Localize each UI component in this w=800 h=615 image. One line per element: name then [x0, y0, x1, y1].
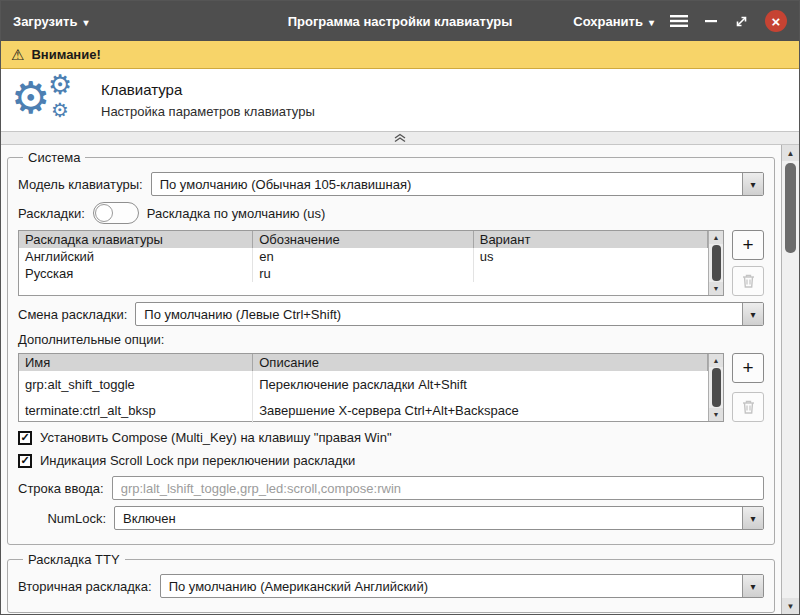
table-row[interactable]: Английский en us	[19, 248, 708, 265]
system-group-legend: Система	[23, 150, 85, 165]
scroll-up-button[interactable]: ▲	[782, 145, 799, 161]
app-header: ⚙ ⚙ ⚙ Клавиатура Настройка параметров кл…	[1, 69, 799, 131]
scrolllock-checkbox[interactable]: ✓	[18, 454, 32, 468]
options-table-scrollbar[interactable]: ▲ ▼	[708, 354, 723, 421]
trash-icon	[741, 399, 756, 415]
layouts-default-toggle[interactable]	[93, 202, 139, 224]
add-option-button[interactable]: +	[732, 353, 764, 383]
table-row[interactable]: Русская ru	[19, 265, 708, 282]
table-row[interactable]: terminate:ctrl_alt_bksp Завершение X-сер…	[19, 397, 708, 423]
secondary-layout-row: Вторичная раскладка: По умолчанию (Амери…	[18, 574, 764, 598]
page-title: Клавиатура	[101, 81, 315, 98]
warning-text: Внимание!	[31, 47, 100, 62]
hamburger-menu-icon[interactable]	[670, 14, 688, 28]
add-layout-button[interactable]: +	[732, 230, 764, 260]
numlock-select[interactable]: Включен ▾	[114, 506, 764, 530]
scrolllock-checkbox-row: ✓ Индикация Scroll Lock при переключении…	[18, 453, 764, 468]
gear-icon: ⚙	[51, 100, 69, 120]
layouts-table-header: Раскладка клавиатуры Обозначение Вариант	[19, 231, 708, 248]
layouts-label: Раскладки:	[18, 206, 85, 221]
scroll-down-icon[interactable]: ▼	[709, 282, 723, 295]
layout-switch-label: Смена раскладки:	[18, 307, 127, 322]
save-menu-button[interactable]: Сохранить ▾	[573, 14, 654, 29]
chevron-down-icon: ▾	[742, 575, 763, 597]
warning-bar: ⚠ Внимание!	[1, 41, 799, 69]
trash-icon	[741, 273, 756, 289]
scroll-up-icon[interactable]: ▲	[709, 354, 723, 367]
load-menu-label: Загрузить	[13, 14, 77, 29]
check-icon: ✓	[20, 455, 29, 466]
close-icon: ×	[772, 13, 781, 30]
warning-icon: ⚠	[11, 46, 24, 64]
layouts-table-scrollbar[interactable]: ▲ ▼	[708, 231, 723, 295]
chevron-down-icon: ▾	[742, 173, 763, 195]
chevron-up-icon	[392, 133, 408, 143]
options-table: Имя Описание grp:alt_shift_toggle Перекл…	[18, 353, 724, 422]
check-icon: ✓	[20, 432, 29, 443]
keyboard-model-row: Модель клавиатуры: По умолчанию (Обычная…	[18, 172, 764, 196]
page-subtitle: Настройка параметров клавиатуры	[101, 104, 315, 119]
layout-switch-select[interactable]: По умолчанию (Левые Ctrl+Shift) ▾	[135, 302, 764, 326]
settings-panel: Система Модель клавиатуры: По умолчанию …	[1, 145, 782, 614]
input-string-row: Строка ввода:	[18, 476, 764, 500]
scrolllock-checkbox-label[interactable]: Индикация Scroll Lock при переключении р…	[40, 453, 355, 468]
layouts-row: Раскладки: Раскладка по умолчанию (us)	[18, 202, 764, 224]
scrollbar-thumb[interactable]	[785, 163, 796, 253]
chevron-down-icon: ▾	[742, 507, 763, 529]
system-group: Система Модель клавиатуры: По умолчанию …	[7, 150, 775, 545]
scroll-down-button[interactable]: ▼	[782, 598, 799, 614]
secondary-layout-label: Вторичная раскладка:	[18, 579, 152, 594]
compose-checkbox-label[interactable]: Установить Compose (Multi_Key) на клавиш…	[40, 430, 392, 445]
chevron-down-icon: ▾	[742, 303, 763, 325]
options-table-header: Имя Описание	[19, 354, 708, 371]
minimize-icon[interactable]	[704, 14, 718, 28]
secondary-layout-select[interactable]: По умолчанию (Американский Английский) ▾	[160, 574, 764, 598]
load-menu-button[interactable]: Загрузить ▾	[13, 14, 88, 29]
collapse-handle[interactable]	[1, 131, 799, 145]
maximize-icon[interactable]	[734, 14, 749, 29]
extra-options-label: Дополнительные опции:	[18, 332, 164, 347]
scroll-up-icon[interactable]: ▲	[709, 231, 723, 244]
gear-icon: ⚙	[11, 76, 50, 120]
keyboard-app-icon: ⚙ ⚙ ⚙	[11, 72, 85, 128]
scrollbar-thumb[interactable]	[712, 368, 721, 407]
keyboard-model-select[interactable]: По умолчанию (Обычная 105-клавишная) ▾	[151, 172, 764, 196]
scroll-down-icon[interactable]: ▼	[709, 408, 723, 421]
tty-group: Раскладка TTY Вторичная раскладка: По ум…	[7, 552, 775, 613]
save-menu-label: Сохранить	[573, 14, 643, 29]
input-string-field[interactable]	[112, 476, 764, 500]
delete-layout-button[interactable]	[732, 266, 764, 296]
toggle-knob	[95, 204, 113, 222]
chevron-down-icon: ▾	[649, 17, 654, 28]
numlock-row: NumLock: Включен ▾	[18, 506, 764, 530]
numlock-label: NumLock:	[18, 511, 106, 526]
titlebar: Загрузить ▾ Программа настройки клавиату…	[1, 1, 799, 41]
input-string-label: Строка ввода:	[18, 481, 104, 496]
vertical-scrollbar[interactable]: ▲ ▼	[782, 145, 799, 614]
delete-option-button[interactable]	[732, 392, 764, 422]
gear-icon: ⚙	[48, 72, 72, 99]
layouts-table: Раскладка клавиатуры Обозначение Вариант…	[18, 230, 724, 296]
close-button[interactable]: ×	[765, 10, 787, 32]
keyboard-model-label: Модель клавиатуры:	[18, 177, 143, 192]
app-window: Загрузить ▾ Программа настройки клавиату…	[0, 0, 800, 615]
compose-checkbox[interactable]: ✓	[18, 431, 32, 445]
scrollbar-thumb[interactable]	[712, 245, 721, 281]
tty-group-legend: Раскладка TTY	[23, 552, 125, 567]
layouts-default-text: Раскладка по умолчанию (us)	[147, 206, 326, 221]
layout-switch-row: Смена раскладки: По умолчанию (Левые Ctr…	[18, 302, 764, 326]
table-empty-area	[19, 282, 708, 295]
compose-checkbox-row: ✓ Установить Compose (Multi_Key) на клав…	[18, 430, 764, 445]
chevron-down-icon: ▾	[83, 17, 88, 28]
table-row[interactable]: grp:alt_shift_toggle Переключение раскла…	[19, 371, 708, 397]
